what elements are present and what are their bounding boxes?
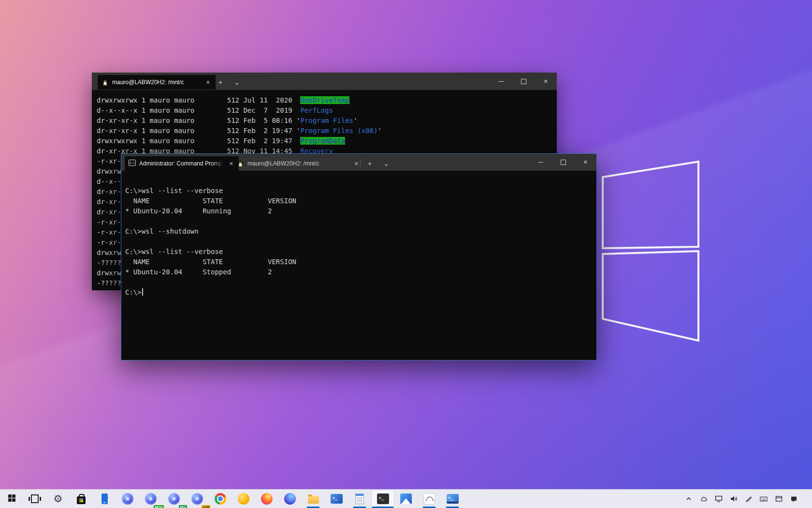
volume-icon[interactable] xyxy=(730,495,738,503)
text-cursor xyxy=(142,288,143,296)
touch-keyboard-icon[interactable] xyxy=(760,495,768,503)
foreground-terminal-window[interactable]: C:\ Administrator: Command Promp ✕ mauro… xyxy=(121,153,597,360)
maximize-button[interactable] xyxy=(552,154,574,171)
ls-output-line: drwxrwxrwx 1 mauro mauro 512 Feb 2 19:47… xyxy=(97,136,557,146)
app-disc-icon xyxy=(122,493,133,505)
app-disc-dev-icon xyxy=(168,493,180,505)
app-disc-dev-icon[interactable]: DEV xyxy=(162,490,186,508)
desktop: mauro@LABW20H2: /mnt/c ✕ + ⌄ ✕ drwxrwxrw… xyxy=(0,0,812,508)
snip-sketch-icon[interactable] xyxy=(418,490,441,508)
chrome-canary-icon[interactable] xyxy=(232,490,255,508)
tab-title: mauro@LABW20H2: /mnt/c xyxy=(112,79,201,86)
your-phone-icon xyxy=(102,493,108,504)
settings-gear-icon: ⚙ xyxy=(54,494,63,504)
file-permissions-text: d--x--x--x 1 mauro mauro 512 Dec 7 2019 xyxy=(97,106,300,114)
tux-penguin-icon xyxy=(237,159,244,168)
minimize-button[interactable] xyxy=(490,73,512,90)
display-tray-icon[interactable] xyxy=(715,495,723,503)
background-window-titlebar[interactable]: mauro@LABW20H2: /mnt/c ✕ + ⌄ ✕ xyxy=(92,73,557,90)
cmd-output-line xyxy=(125,237,596,247)
firefox-nightly-icon[interactable] xyxy=(278,490,302,508)
new-tab-button[interactable]: + xyxy=(214,75,227,90)
app-disc-canary-icon[interactable]: CAN xyxy=(186,490,209,508)
cmd-output-line xyxy=(125,176,596,186)
settings-gear-icon[interactable]: ⚙ xyxy=(46,490,70,508)
tux-penguin-icon xyxy=(102,78,109,87)
minimize-button[interactable] xyxy=(530,154,552,171)
powershell-preview-icon xyxy=(447,494,459,504)
your-phone-icon[interactable] xyxy=(93,490,116,508)
task-view-button xyxy=(31,494,39,503)
onedrive-cloud-icon[interactable] xyxy=(700,495,708,503)
notepad-icon xyxy=(355,493,364,504)
app-disc-beta-icon xyxy=(145,493,157,505)
cmd-output-line xyxy=(125,277,596,287)
cmd-output-line xyxy=(125,216,596,226)
file-permissions-text: dr-xr-xr-x 1 mauro mauro 512 Feb 5 08:16 xyxy=(97,117,296,124)
photos-icon xyxy=(400,493,412,504)
tab-wsl-bash[interactable]: mauro@LABW20H2: /mnt/c ✕ xyxy=(233,156,364,171)
window-tray-icon[interactable] xyxy=(775,495,783,503)
windows-logo-outline xyxy=(599,159,702,344)
file-permissions-text: drwxrwxrwx 1 mauro mauro 512 Feb 2 19:47 xyxy=(97,137,300,145)
maximize-button[interactable] xyxy=(512,73,535,90)
microsoft-store-icon[interactable] xyxy=(70,490,93,508)
windows-terminal-icon xyxy=(377,493,389,504)
close-button[interactable]: ✕ xyxy=(535,73,557,90)
firefox-icon[interactable] xyxy=(255,490,278,508)
chrome-icon xyxy=(215,493,226,505)
tab-close-icon[interactable]: ✕ xyxy=(353,160,360,167)
directory-name: OneDriveTemp xyxy=(300,96,349,104)
tab-dropdown-icon[interactable]: ⌄ xyxy=(379,156,393,171)
tab-close-icon[interactable]: ✕ xyxy=(204,79,212,86)
ls-output-line: dr-xr-xr-x 1 mauro mauro 512 Feb 2 19:47… xyxy=(97,126,557,136)
firefox-nightly-icon xyxy=(284,493,296,505)
task-view-button[interactable] xyxy=(23,490,46,508)
tab-wsl-bash[interactable]: mauro@LABW20H2: /mnt/c ✕ xyxy=(98,75,216,90)
microsoft-store-icon xyxy=(77,496,86,504)
system-tray xyxy=(685,490,812,508)
app-disc-beta-icon[interactable]: BETA xyxy=(139,490,162,508)
file-explorer-icon xyxy=(308,496,319,504)
cmd-output-line: C:\>wsl --shutdown xyxy=(125,226,596,237)
cmd-output-area[interactable]: C:\>wsl --list --verbose NAME STATE VERS… xyxy=(121,171,596,360)
app-disc-icon[interactable] xyxy=(116,490,139,508)
directory-name: ProgramData xyxy=(300,137,345,145)
start-button xyxy=(8,494,16,504)
windows-terminal-icon[interactable] xyxy=(371,490,394,508)
app-disc-canary-icon xyxy=(191,493,203,505)
close-button[interactable]: ✕ xyxy=(574,154,596,171)
prompt-line: C:\> xyxy=(125,287,596,298)
pen-tray-icon[interactable] xyxy=(745,495,753,503)
start-button[interactable] xyxy=(0,490,23,508)
chrome-icon[interactable] xyxy=(209,490,232,508)
foreground-window-titlebar[interactable]: C:\ Administrator: Command Promp ✕ mauro… xyxy=(121,154,596,171)
cmd-prompt-icon: C:\ xyxy=(129,160,136,167)
tab-dropdown-icon[interactable]: ⌄ xyxy=(230,75,244,90)
ls-output-line: drwxrwxrwx 1 mauro mauro 512 Jul 11 2020… xyxy=(97,95,557,105)
ls-output-line: d--x--x--x 1 mauro mauro 512 Dec 7 2019 … xyxy=(97,105,557,116)
directory-name: Program Files xyxy=(300,117,353,124)
tray-chevron-up-icon[interactable] xyxy=(685,495,693,503)
new-tab-button[interactable]: + xyxy=(363,156,377,171)
cmd-output-line: C:\>wsl --list --verbose xyxy=(125,186,596,196)
directory-name: PerfLogs xyxy=(300,106,333,114)
firefox-icon xyxy=(261,493,273,505)
file-explorer-icon[interactable] xyxy=(302,490,325,508)
notepad-icon[interactable] xyxy=(348,490,371,508)
tab-title: mauro@LABW20H2: /mnt/c xyxy=(247,160,349,167)
tab-admin-cmd[interactable]: C:\ Administrator: Command Promp ✕ xyxy=(125,156,239,171)
tab-separator xyxy=(360,159,361,166)
action-center-icon[interactable] xyxy=(790,495,798,503)
file-permissions-text: dr-xr-xr-x 1 mauro mauro 512 Feb 2 19:47 xyxy=(97,127,296,134)
file-permissions-text: drwxrwxrwx 1 mauro mauro 512 Jul 11 2020 xyxy=(97,96,300,104)
powershell-preview-icon[interactable] xyxy=(441,490,464,508)
powershell-icon[interactable] xyxy=(325,490,348,508)
cmd-output-line: * Ubuntu-20.04 Running 2 xyxy=(125,206,596,216)
photos-icon[interactable] xyxy=(394,490,418,508)
cmd-output-line: C:\>wsl --list --verbose xyxy=(125,247,596,257)
taskbar: ⚙BETADEVCAN xyxy=(0,489,812,508)
cmd-output-line: NAME STATE VERSION xyxy=(125,257,596,267)
snip-sketch-icon xyxy=(423,493,435,505)
powershell-icon xyxy=(331,494,343,504)
